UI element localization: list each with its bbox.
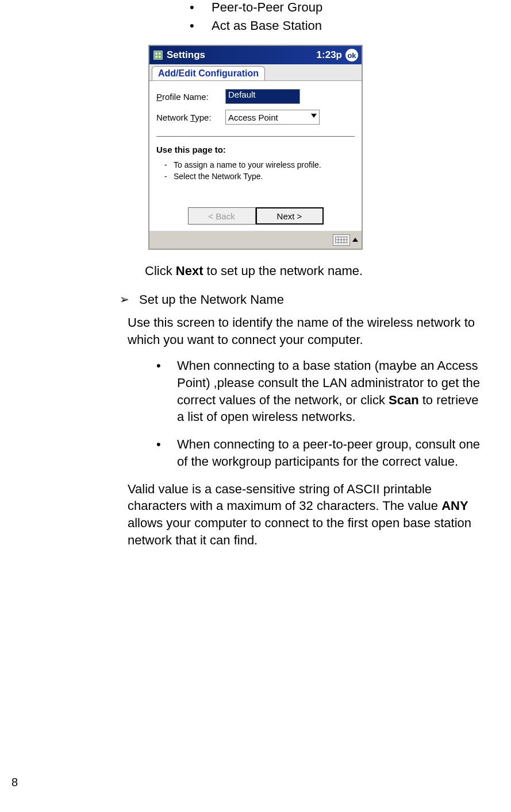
svg-rect-3: [156, 56, 158, 58]
top-bullet-item: • Peer-to-Peer Group: [190, 0, 488, 15]
input-panel-bar: [149, 230, 362, 249]
bullet-dot-icon: •: [190, 0, 212, 15]
help-item: -To assign a name to your wireless profi…: [164, 160, 355, 169]
clock-text: 1:23p: [317, 49, 342, 61]
body-paragraph: Valid value is a case-sensitive string o…: [128, 481, 488, 549]
bullet-dot-icon: •: [156, 357, 177, 426]
page-number: 8: [11, 776, 18, 789]
svg-rect-1: [156, 53, 158, 55]
settings-icon: [153, 50, 163, 60]
profile-name-label: Profile Name:: [156, 92, 225, 102]
help-item: -Select the Network Type.: [164, 172, 355, 181]
body-bullet: • When connecting to a base station (may…: [156, 357, 488, 426]
section-heading: Set up the Network Name: [139, 292, 284, 307]
svg-rect-4: [159, 56, 161, 58]
chevron-up-icon[interactable]: [352, 238, 358, 242]
network-type-select[interactable]: Access Point: [225, 110, 320, 125]
tab-bar: Add/Edit Configuration: [149, 64, 362, 81]
keyboard-icon[interactable]: [333, 234, 350, 246]
screenshot-caption: Click Next to set up the network name.: [145, 264, 488, 279]
arrow-bullet-icon: ➢: [120, 292, 139, 307]
help-heading: Use this page to:: [156, 145, 355, 154]
bullet-dot-icon: •: [190, 18, 212, 33]
network-type-value: Access Point: [228, 113, 278, 122]
top-bullet-text-2: Act as Base Station: [212, 18, 322, 33]
chevron-down-icon: [311, 114, 317, 118]
profile-name-input[interactable]: Default: [225, 89, 300, 104]
body-bullet: • When connecting to a peer-to-peer grou…: [156, 436, 488, 470]
window-title: Settings: [167, 49, 205, 61]
ok-button[interactable]: ok: [345, 49, 358, 61]
svg-rect-2: [159, 53, 161, 55]
top-bullet-text-1: Peer-to-Peer Group: [212, 0, 322, 15]
tab-add-edit-configuration[interactable]: Add/Edit Configuration: [152, 66, 265, 80]
back-button: < Back: [188, 207, 256, 225]
svg-rect-0: [154, 51, 162, 59]
window-titlebar: Settings 1:23p ok: [149, 46, 362, 64]
bullet-dot-icon: •: [156, 436, 177, 470]
body-paragraph: Use this screen to identify the name of …: [128, 314, 488, 348]
next-button[interactable]: Next >: [256, 207, 324, 225]
top-bullet-item: • Act as Base Station: [190, 18, 488, 33]
network-type-label: Network Type:: [156, 113, 225, 122]
embedded-screenshot: Settings 1:23p ok Add/Edit Configuration…: [148, 45, 363, 250]
divider: [156, 136, 355, 137]
